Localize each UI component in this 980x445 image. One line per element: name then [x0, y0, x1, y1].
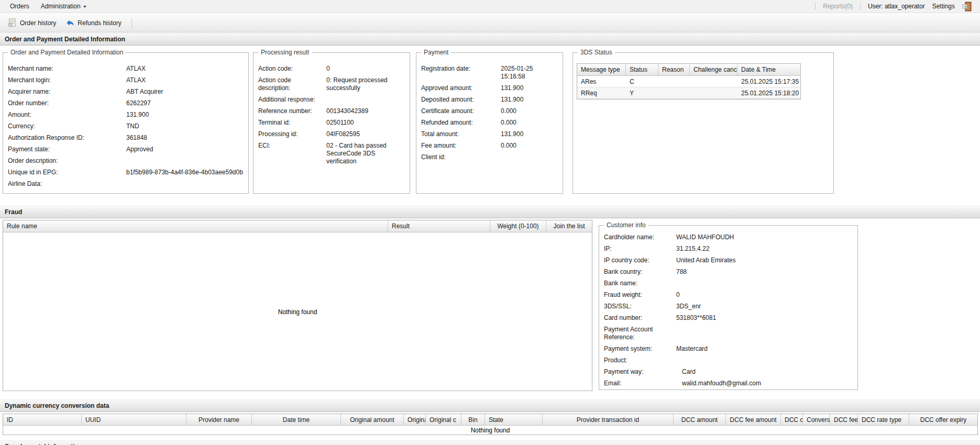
- field-label: Bank country:: [604, 268, 676, 276]
- field-value: [501, 153, 558, 161]
- field-row: Order number:6262297: [8, 99, 244, 107]
- field-value: ATLAX: [126, 65, 244, 73]
- field-row: Payment state:Approved: [8, 146, 244, 153]
- column-header-dcc-fee-amount[interactable]: DCC fee amount: [726, 414, 781, 425]
- column-header-dcc-amount[interactable]: DCC amount: [674, 414, 726, 425]
- field-row: Action code description:0: Request proce…: [258, 76, 405, 92]
- field-label: Cardholder name:: [604, 233, 676, 241]
- field-label: IP:: [604, 245, 676, 253]
- dcc-table-header: ID UUID Provider name Date time Original…: [3, 414, 977, 426]
- customer-info-panel: Customer info Cardholder name:WALID MAHF…: [599, 225, 858, 390]
- column-header-date-time[interactable]: Date time: [252, 414, 341, 425]
- field-value: 3DS_enr: [676, 303, 853, 310]
- order-details-page: { "menu_bar": { "orders_label": "Orders"…: [0, 0, 980, 445]
- field-value: WALID MAHFOUDH: [676, 233, 853, 241]
- settings-link[interactable]: Settings: [932, 3, 955, 10]
- field-value: [676, 357, 853, 364]
- field-row: Total amount:131.900: [421, 130, 558, 138]
- order-history-button[interactable]: Order history: [3, 16, 61, 29]
- field-value: 361848: [126, 134, 244, 142]
- field-value: 6262297: [126, 99, 244, 107]
- field-row: Airline Data:: [8, 180, 244, 188]
- cell-challenge-cancel: [690, 76, 737, 87]
- field-value: 001343042389: [326, 107, 405, 115]
- field-label: Client id:: [421, 153, 501, 161]
- field-row: Amount:131.900: [8, 111, 244, 119]
- column-header-original-amount[interactable]: Original amount: [341, 414, 404, 425]
- table-row: ARes C 25.01.2025 15:17:35: [577, 76, 800, 87]
- field-label: Payment Account Reference:: [604, 326, 676, 341]
- field-row: Certificate amount:0.000: [421, 107, 558, 115]
- field-label: Processing id:: [258, 130, 326, 138]
- refunds-history-icon: [65, 18, 74, 27]
- field-value: ATLAX: [126, 76, 244, 84]
- field-value: ABT Acquirer: [126, 88, 244, 96]
- field-value: [126, 180, 244, 188]
- field-label: ECI:: [258, 142, 326, 165]
- fraud-table-header: Rule name Result Weight (0-100) Join the…: [3, 220, 592, 232]
- field-row: Approved amount:131.900: [421, 84, 558, 92]
- field-row: 3DS/SSL:3DS_enr: [604, 303, 853, 310]
- field-label: Payment way:: [604, 368, 676, 376]
- column-header-join-the-list[interactable]: Join the list: [546, 220, 592, 232]
- section-header-fraud: Fraud: [0, 206, 980, 218]
- column-header-uuid[interactable]: UUID: [82, 414, 186, 425]
- column-header-weight[interactable]: Weight (0-100): [490, 220, 546, 232]
- field-label: Card number:: [604, 314, 676, 322]
- field-row: ECI:02 - Card has passed SecureCode 3DS …: [258, 142, 405, 165]
- field-value: 788: [676, 268, 853, 276]
- field-label: Order description:: [8, 157, 126, 165]
- field-label: Unique id in EPG:: [8, 169, 126, 176]
- field-label: 3DS/SSL:: [604, 303, 676, 310]
- field-row: Deposited amount:131.900: [421, 96, 558, 104]
- menu-bar: Orders Administration Reports(0) User: a…: [0, 0, 980, 13]
- column-header-dcc-fee[interactable]: DCC fee: [830, 414, 858, 425]
- refunds-history-button[interactable]: Refunds history: [61, 16, 126, 29]
- column-header-provider-name[interactable]: Provider name: [186, 414, 252, 425]
- field-value: United Arab Emirates: [676, 257, 853, 264]
- field-row: Processing id:04IF082595: [258, 130, 405, 138]
- payment-panel: Payment Registration date:2025-01-25 15:…: [416, 52, 563, 194]
- column-header-date-time[interactable]: Date & Time: [737, 64, 800, 75]
- field-value: 0.000: [501, 142, 558, 150]
- column-header-original-fee[interactable]: Original f: [404, 414, 426, 425]
- tds-table-header: Message type Status Reason Challenge can…: [577, 64, 800, 76]
- column-header-original-currency[interactable]: Original c: [426, 414, 461, 425]
- field-row: Authorization Response ID:361848: [8, 134, 244, 142]
- column-header-dcc-offer-expiry[interactable]: DCC offer expiry: [909, 414, 977, 425]
- column-header-rule-name[interactable]: Rule name: [3, 220, 388, 232]
- column-header-dcc-rate-type[interactable]: DCC rate type: [858, 414, 909, 425]
- column-header-provider-transaction-id[interactable]: Provider transaction id: [543, 414, 674, 425]
- field-row: Client id:: [421, 153, 558, 161]
- column-header-message-type[interactable]: Message type: [577, 64, 626, 75]
- section-header-supplemental: Supplemental information: [0, 440, 980, 445]
- column-header-status[interactable]: Status: [626, 64, 658, 75]
- field-value: 02501100: [326, 119, 405, 127]
- field-value: [676, 280, 853, 287]
- column-header-challenge-cancel[interactable]: Challenge cancel: [690, 64, 737, 75]
- field-label: Acquirer name:: [8, 88, 126, 96]
- column-header-bin[interactable]: Bin: [461, 414, 485, 425]
- field-label: Certificate amount:: [421, 107, 501, 115]
- reports-link[interactable]: Reports(0): [823, 3, 853, 10]
- field-label: IP country code:: [604, 257, 676, 264]
- field-label: Authorization Response ID:: [8, 134, 126, 142]
- menu-administration[interactable]: Administration: [35, 0, 92, 13]
- column-header-reason[interactable]: Reason: [658, 64, 690, 75]
- field-row: Cardholder name:WALID MAHFOUDH: [604, 233, 853, 241]
- field-value: 0.000: [501, 119, 558, 127]
- logout-door-icon[interactable]: [962, 2, 973, 12]
- column-header-result[interactable]: Result: [388, 220, 490, 232]
- field-label: Reference number:: [258, 107, 326, 115]
- field-row: IP:31.215.4.22: [604, 245, 853, 253]
- field-value: walid.mahfoudh@gmail.com: [676, 380, 853, 387]
- cell-date-time: 25.01.2025 15:17:35: [737, 76, 800, 87]
- column-header-conversion[interactable]: Conversi: [803, 414, 830, 425]
- field-row: Refunded amount:0.000: [421, 119, 558, 127]
- column-header-dcc-currency[interactable]: DCC curr: [781, 414, 803, 425]
- field-row: Terminal id:02501100: [258, 119, 405, 127]
- menu-orders[interactable]: Orders: [4, 0, 35, 13]
- column-header-state[interactable]: State: [485, 414, 543, 425]
- column-header-id[interactable]: ID: [3, 414, 82, 425]
- field-label: Currency:: [8, 123, 126, 130]
